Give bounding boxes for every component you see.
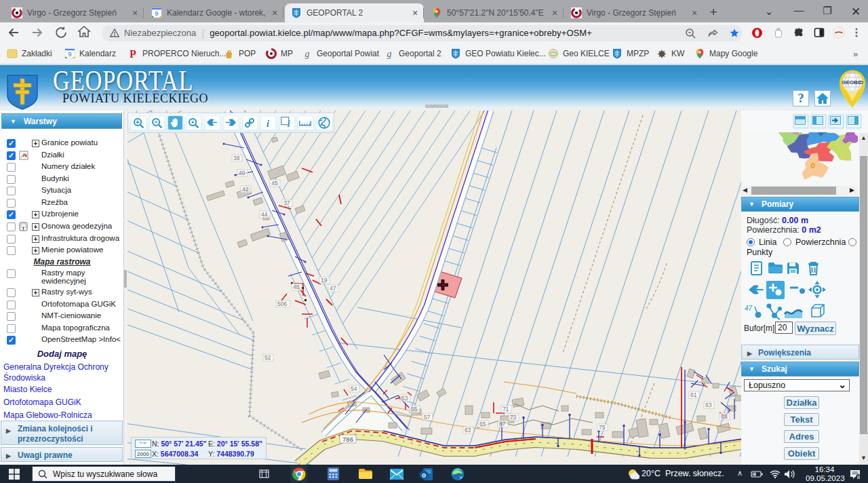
svg-text:83: 83 — [721, 413, 728, 420]
svg-text:8: 8 — [856, 474, 860, 479]
svg-text:9: 9 — [68, 50, 71, 58]
svg-text:i: i — [23, 226, 24, 231]
svg-text:g: g — [387, 49, 392, 59]
svg-text:40: 40 — [239, 170, 245, 176]
svg-text:42: 42 — [242, 186, 249, 193]
svg-text:o: o — [422, 471, 426, 479]
svg-text:53: 53 — [401, 395, 408, 402]
svg-text:9: 9 — [155, 9, 158, 17]
svg-text:i: i — [288, 119, 290, 129]
svg-text:37: 37 — [283, 199, 290, 206]
svg-text:19: 19 — [321, 277, 328, 284]
svg-text:63: 63 — [465, 427, 471, 433]
svg-text:63: 63 — [705, 402, 712, 408]
svg-text:61: 61 — [690, 391, 697, 398]
svg-text:P: P — [130, 48, 136, 59]
svg-text:55: 55 — [411, 406, 418, 412]
svg-text:i: i — [267, 117, 270, 129]
svg-text:48: 48 — [293, 284, 300, 290]
svg-text:47: 47 — [330, 285, 336, 292]
svg-text:75: 75 — [599, 424, 606, 431]
svg-text:65: 65 — [479, 421, 486, 427]
svg-text:38: 38 — [233, 155, 240, 161]
svg-text:73: 73 — [510, 414, 517, 421]
svg-text:52: 52 — [264, 354, 271, 361]
svg-text:47: 47 — [745, 305, 753, 312]
svg-text:44: 44 — [261, 211, 268, 218]
svg-text:54: 54 — [351, 385, 357, 392]
svg-text:57: 57 — [424, 414, 431, 421]
svg-text:71: 71 — [502, 406, 509, 412]
svg-text:506: 506 — [277, 301, 287, 307]
svg-text:g: g — [305, 49, 310, 59]
svg-text:45: 45 — [271, 180, 278, 187]
svg-text:67: 67 — [499, 421, 506, 427]
svg-text:786: 786 — [342, 436, 353, 443]
svg-text:GEOBID: GEOBID — [842, 79, 863, 85]
